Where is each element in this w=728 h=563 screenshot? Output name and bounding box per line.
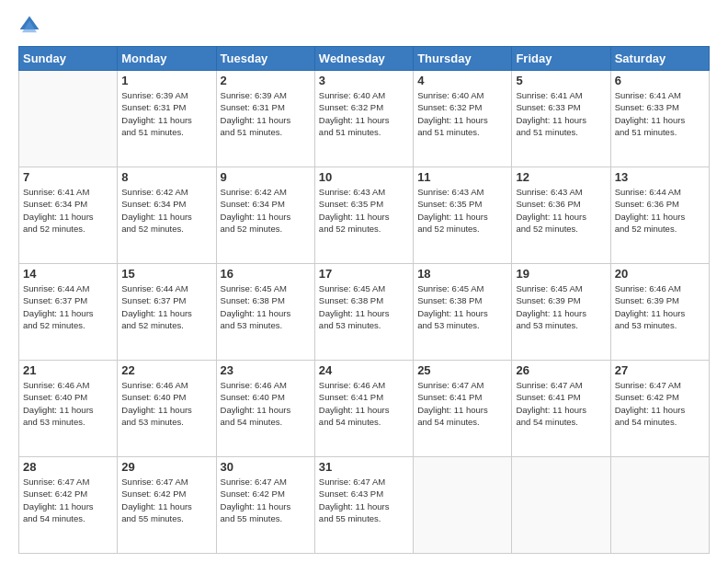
calendar-cell: 28Sunrise: 6:47 AM Sunset: 6:42 PM Dayli… xyxy=(19,457,118,554)
day-info: Sunrise: 6:47 AM Sunset: 6:41 PM Dayligh… xyxy=(516,379,606,428)
day-info: Sunrise: 6:42 AM Sunset: 6:34 PM Dayligh… xyxy=(221,186,311,235)
calendar-cell xyxy=(610,457,709,554)
day-info: Sunrise: 6:42 AM Sunset: 6:34 PM Dayligh… xyxy=(121,186,211,235)
day-number: 29 xyxy=(121,460,211,474)
day-number: 3 xyxy=(319,74,409,87)
day-number: 5 xyxy=(516,74,606,87)
day-info: Sunrise: 6:43 AM Sunset: 6:36 PM Dayligh… xyxy=(516,186,606,235)
day-info: Sunrise: 6:44 AM Sunset: 6:36 PM Dayligh… xyxy=(615,186,705,235)
day-info: Sunrise: 6:41 AM Sunset: 6:34 PM Dayligh… xyxy=(23,186,113,235)
calendar-cell: 27Sunrise: 6:47 AM Sunset: 6:42 PM Dayli… xyxy=(610,361,709,457)
day-number: 9 xyxy=(221,170,311,184)
calendar-cell: 3Sunrise: 6:40 AM Sunset: 6:32 PM Daylig… xyxy=(314,71,413,167)
day-info: Sunrise: 6:40 AM Sunset: 6:32 PM Dayligh… xyxy=(417,89,507,138)
calendar-cell: 15Sunrise: 6:44 AM Sunset: 6:37 PM Dayli… xyxy=(118,264,216,361)
day-number: 13 xyxy=(615,170,705,184)
day-header-friday: Friday xyxy=(512,47,610,71)
day-info: Sunrise: 6:44 AM Sunset: 6:37 PM Dayligh… xyxy=(121,282,211,331)
calendar-cell: 14Sunrise: 6:44 AM Sunset: 6:37 PM Dayli… xyxy=(19,264,118,361)
day-info: Sunrise: 6:47 AM Sunset: 6:42 PM Dayligh… xyxy=(121,476,211,524)
calendar-cell: 11Sunrise: 6:43 AM Sunset: 6:35 PM Dayli… xyxy=(414,167,512,264)
calendar-cell: 16Sunrise: 6:45 AM Sunset: 6:38 PM Dayli… xyxy=(216,264,314,361)
calendar-cell: 5Sunrise: 6:41 AM Sunset: 6:33 PM Daylig… xyxy=(512,71,610,167)
calendar-cell: 7Sunrise: 6:41 AM Sunset: 6:34 PM Daylig… xyxy=(19,167,118,264)
day-number: 31 xyxy=(319,460,409,474)
day-info: Sunrise: 6:46 AM Sunset: 6:41 PM Dayligh… xyxy=(319,379,409,428)
calendar-cell: 4Sunrise: 6:40 AM Sunset: 6:32 PM Daylig… xyxy=(414,71,512,167)
day-number: 20 xyxy=(615,267,705,281)
day-number: 2 xyxy=(221,74,311,87)
day-number: 6 xyxy=(615,74,705,87)
day-info: Sunrise: 6:40 AM Sunset: 6:32 PM Dayligh… xyxy=(319,89,409,138)
day-number: 24 xyxy=(319,363,409,377)
day-info: Sunrise: 6:45 AM Sunset: 6:38 PM Dayligh… xyxy=(221,282,311,331)
day-number: 15 xyxy=(121,267,211,281)
day-number: 11 xyxy=(417,170,507,184)
day-number: 16 xyxy=(221,267,311,281)
day-header-tuesday: Tuesday xyxy=(216,47,314,71)
day-number: 12 xyxy=(516,170,606,184)
day-number: 26 xyxy=(516,363,606,377)
week-row-2: 14Sunrise: 6:44 AM Sunset: 6:37 PM Dayli… xyxy=(19,264,710,361)
day-number: 19 xyxy=(516,267,606,281)
day-info: Sunrise: 6:45 AM Sunset: 6:38 PM Dayligh… xyxy=(417,282,507,331)
day-number: 23 xyxy=(221,363,311,377)
day-number: 17 xyxy=(319,267,409,281)
calendar-cell xyxy=(19,71,118,167)
calendar-cell: 30Sunrise: 6:47 AM Sunset: 6:42 PM Dayli… xyxy=(216,457,314,554)
day-number: 7 xyxy=(23,170,113,184)
day-info: Sunrise: 6:43 AM Sunset: 6:35 PM Dayligh… xyxy=(319,186,409,235)
day-info: Sunrise: 6:47 AM Sunset: 6:43 PM Dayligh… xyxy=(319,476,409,524)
calendar-cell: 9Sunrise: 6:42 AM Sunset: 6:34 PM Daylig… xyxy=(216,167,314,264)
day-number: 21 xyxy=(23,363,113,377)
day-info: Sunrise: 6:46 AM Sunset: 6:40 PM Dayligh… xyxy=(121,379,211,428)
day-info: Sunrise: 6:46 AM Sunset: 6:40 PM Dayligh… xyxy=(221,379,311,428)
calendar-cell: 13Sunrise: 6:44 AM Sunset: 6:36 PM Dayli… xyxy=(610,167,709,264)
page: SundayMondayTuesdayWednesdayThursdayFrid… xyxy=(0,0,728,563)
day-info: Sunrise: 6:45 AM Sunset: 6:38 PM Dayligh… xyxy=(319,282,409,331)
week-row-1: 7Sunrise: 6:41 AM Sunset: 6:34 PM Daylig… xyxy=(19,167,710,264)
day-info: Sunrise: 6:47 AM Sunset: 6:42 PM Dayligh… xyxy=(221,476,311,524)
day-info: Sunrise: 6:44 AM Sunset: 6:37 PM Dayligh… xyxy=(23,282,113,331)
calendar-cell: 10Sunrise: 6:43 AM Sunset: 6:35 PM Dayli… xyxy=(314,167,413,264)
day-info: Sunrise: 6:39 AM Sunset: 6:31 PM Dayligh… xyxy=(121,89,211,138)
day-header-saturday: Saturday xyxy=(610,47,709,71)
day-info: Sunrise: 6:39 AM Sunset: 6:31 PM Dayligh… xyxy=(221,89,311,138)
day-number: 4 xyxy=(417,74,507,87)
day-number: 8 xyxy=(121,170,211,184)
day-number: 1 xyxy=(121,74,211,87)
logo xyxy=(18,15,44,37)
logo-icon xyxy=(18,15,40,37)
calendar-cell: 31Sunrise: 6:47 AM Sunset: 6:43 PM Dayli… xyxy=(314,457,413,554)
day-info: Sunrise: 6:47 AM Sunset: 6:41 PM Dayligh… xyxy=(417,379,507,428)
calendar-cell: 2Sunrise: 6:39 AM Sunset: 6:31 PM Daylig… xyxy=(216,71,314,167)
day-header-sunday: Sunday xyxy=(19,47,118,71)
header xyxy=(18,15,710,37)
calendar-table: SundayMondayTuesdayWednesdayThursdayFrid… xyxy=(18,46,710,554)
day-number: 10 xyxy=(319,170,409,184)
calendar-cell: 18Sunrise: 6:45 AM Sunset: 6:38 PM Dayli… xyxy=(414,264,512,361)
day-number: 14 xyxy=(23,267,113,281)
day-info: Sunrise: 6:47 AM Sunset: 6:42 PM Dayligh… xyxy=(615,379,705,428)
day-number: 18 xyxy=(417,267,507,281)
week-row-4: 28Sunrise: 6:47 AM Sunset: 6:42 PM Dayli… xyxy=(19,457,710,554)
day-number: 28 xyxy=(23,460,113,474)
day-number: 27 xyxy=(615,363,705,377)
day-info: Sunrise: 6:43 AM Sunset: 6:35 PM Dayligh… xyxy=(417,186,507,235)
day-info: Sunrise: 6:46 AM Sunset: 6:39 PM Dayligh… xyxy=(615,282,705,331)
day-number: 22 xyxy=(121,363,211,377)
day-number: 25 xyxy=(417,363,507,377)
day-header-monday: Monday xyxy=(118,47,216,71)
calendar-cell: 23Sunrise: 6:46 AM Sunset: 6:40 PM Dayli… xyxy=(216,361,314,457)
week-row-3: 21Sunrise: 6:46 AM Sunset: 6:40 PM Dayli… xyxy=(19,361,710,457)
calendar-cell: 20Sunrise: 6:46 AM Sunset: 6:39 PM Dayli… xyxy=(610,264,709,361)
calendar-cell: 6Sunrise: 6:41 AM Sunset: 6:33 PM Daylig… xyxy=(610,71,709,167)
calendar-cell: 29Sunrise: 6:47 AM Sunset: 6:42 PM Dayli… xyxy=(118,457,216,554)
day-header-thursday: Thursday xyxy=(414,47,512,71)
calendar-cell: 26Sunrise: 6:47 AM Sunset: 6:41 PM Dayli… xyxy=(512,361,610,457)
calendar-cell: 1Sunrise: 6:39 AM Sunset: 6:31 PM Daylig… xyxy=(118,71,216,167)
calendar-cell: 19Sunrise: 6:45 AM Sunset: 6:39 PM Dayli… xyxy=(512,264,610,361)
week-row-0: 1Sunrise: 6:39 AM Sunset: 6:31 PM Daylig… xyxy=(19,71,710,167)
calendar-cell: 8Sunrise: 6:42 AM Sunset: 6:34 PM Daylig… xyxy=(118,167,216,264)
calendar-cell xyxy=(512,457,610,554)
